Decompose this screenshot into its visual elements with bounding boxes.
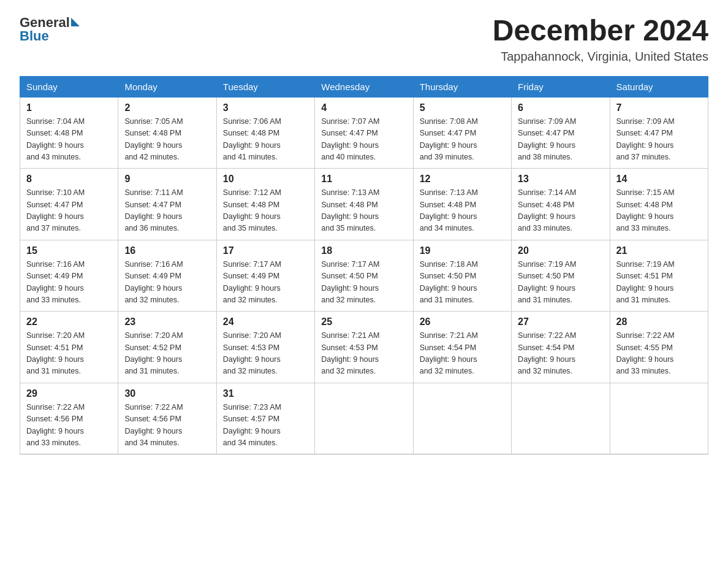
title-section: December 2024 Tappahannock, Virginia, Un…: [493, 15, 708, 64]
calendar-week-row: 29Sunrise: 7:22 AMSunset: 4:56 PMDayligh…: [20, 383, 708, 454]
day-number: 28: [616, 316, 702, 327]
day-info: Sunrise: 7:22 AMSunset: 4:55 PMDaylight:…: [616, 330, 702, 378]
day-number: 30: [124, 388, 210, 399]
location-title: Tappahannock, Virginia, United States: [493, 50, 708, 64]
day-info: Sunrise: 7:19 AMSunset: 4:50 PMDaylight:…: [518, 259, 603, 307]
calendar-week-row: 1Sunrise: 7:04 AMSunset: 4:48 PMDaylight…: [20, 97, 708, 169]
calendar-cell: 31Sunrise: 7:23 AMSunset: 4:57 PMDayligh…: [216, 383, 314, 454]
calendar-cell: 9Sunrise: 7:11 AMSunset: 4:47 PMDaylight…: [118, 169, 216, 240]
day-info: Sunrise: 7:06 AMSunset: 4:48 PMDaylight:…: [223, 116, 308, 164]
day-info: Sunrise: 7:11 AMSunset: 4:47 PMDaylight:…: [124, 187, 210, 235]
day-info: Sunrise: 7:09 AMSunset: 4:47 PMDaylight:…: [518, 116, 603, 164]
day-number: 7: [616, 102, 702, 113]
calendar-cell: 3Sunrise: 7:06 AMSunset: 4:48 PMDaylight…: [216, 97, 314, 169]
day-info: Sunrise: 7:13 AMSunset: 4:48 PMDaylight:…: [420, 187, 505, 235]
day-info: Sunrise: 7:20 AMSunset: 4:52 PMDaylight:…: [124, 330, 210, 378]
day-number: 23: [124, 316, 210, 327]
calendar-cell: [610, 383, 708, 454]
weekday-header-sunday: Sunday: [20, 76, 118, 97]
day-info: Sunrise: 7:20 AMSunset: 4:53 PMDaylight:…: [223, 330, 308, 378]
day-number: 22: [26, 316, 112, 327]
calendar-week-row: 15Sunrise: 7:16 AMSunset: 4:49 PMDayligh…: [20, 240, 708, 312]
calendar-cell: [413, 383, 511, 454]
day-info: Sunrise: 7:22 AMSunset: 4:56 PMDaylight:…: [26, 402, 112, 450]
day-info: Sunrise: 7:16 AMSunset: 4:49 PMDaylight:…: [124, 259, 210, 307]
calendar-cell: 18Sunrise: 7:17 AMSunset: 4:50 PMDayligh…: [315, 240, 413, 312]
calendar-cell: 13Sunrise: 7:14 AMSunset: 4:48 PMDayligh…: [512, 169, 610, 240]
day-info: Sunrise: 7:22 AMSunset: 4:56 PMDaylight:…: [124, 402, 210, 450]
calendar-cell: 29Sunrise: 7:22 AMSunset: 4:56 PMDayligh…: [20, 383, 118, 454]
calendar-cell: 4Sunrise: 7:07 AMSunset: 4:47 PMDaylight…: [315, 97, 413, 169]
day-number: 16: [124, 245, 210, 256]
weekday-header-thursday: Thursday: [413, 76, 511, 97]
weekday-header-wednesday: Wednesday: [315, 76, 413, 97]
day-number: 6: [518, 102, 603, 113]
day-number: 9: [124, 174, 210, 185]
day-number: 27: [518, 316, 603, 327]
calendar-cell: 6Sunrise: 7:09 AMSunset: 4:47 PMDaylight…: [512, 97, 610, 169]
logo-triangle-icon: [71, 18, 80, 26]
calendar-cell: 7Sunrise: 7:09 AMSunset: 4:47 PMDaylight…: [610, 97, 708, 169]
day-number: 25: [321, 316, 406, 327]
day-number: 31: [223, 388, 308, 399]
day-info: Sunrise: 7:17 AMSunset: 4:49 PMDaylight:…: [223, 259, 308, 307]
calendar-cell: 25Sunrise: 7:21 AMSunset: 4:53 PMDayligh…: [315, 312, 413, 383]
day-number: 26: [420, 316, 505, 327]
day-number: 17: [223, 245, 308, 256]
day-number: 19: [420, 245, 505, 256]
day-info: Sunrise: 7:16 AMSunset: 4:49 PMDaylight:…: [26, 259, 112, 307]
weekday-header-friday: Friday: [512, 76, 610, 97]
day-info: Sunrise: 7:20 AMSunset: 4:51 PMDaylight:…: [26, 330, 112, 378]
calendar-cell: 21Sunrise: 7:19 AMSunset: 4:51 PMDayligh…: [610, 240, 708, 312]
day-number: 15: [26, 245, 112, 256]
day-number: 13: [518, 174, 603, 185]
calendar-cell: 24Sunrise: 7:20 AMSunset: 4:53 PMDayligh…: [216, 312, 314, 383]
day-info: Sunrise: 7:21 AMSunset: 4:54 PMDaylight:…: [420, 330, 505, 378]
calendar-cell: 28Sunrise: 7:22 AMSunset: 4:55 PMDayligh…: [610, 312, 708, 383]
calendar-cell: 20Sunrise: 7:19 AMSunset: 4:50 PMDayligh…: [512, 240, 610, 312]
month-title: December 2024: [493, 15, 708, 47]
day-info: Sunrise: 7:22 AMSunset: 4:54 PMDaylight:…: [518, 330, 603, 378]
calendar-cell: 26Sunrise: 7:21 AMSunset: 4:54 PMDayligh…: [413, 312, 511, 383]
calendar-cell: 10Sunrise: 7:12 AMSunset: 4:48 PMDayligh…: [216, 169, 314, 240]
day-number: 10: [223, 174, 308, 185]
day-info: Sunrise: 7:18 AMSunset: 4:50 PMDaylight:…: [420, 259, 505, 307]
calendar-week-row: 22Sunrise: 7:20 AMSunset: 4:51 PMDayligh…: [20, 312, 708, 383]
calendar-cell: 17Sunrise: 7:17 AMSunset: 4:49 PMDayligh…: [216, 240, 314, 312]
day-info: Sunrise: 7:12 AMSunset: 4:48 PMDaylight:…: [223, 187, 308, 235]
day-info: Sunrise: 7:07 AMSunset: 4:47 PMDaylight:…: [321, 116, 406, 164]
day-number: 5: [420, 102, 505, 113]
day-number: 24: [223, 316, 308, 327]
logo: General Blue: [20, 15, 80, 44]
logo-blue-text: Blue: [20, 28, 80, 44]
day-number: 2: [124, 102, 210, 113]
calendar-cell: 12Sunrise: 7:13 AMSunset: 4:48 PMDayligh…: [413, 169, 511, 240]
day-info: Sunrise: 7:10 AMSunset: 4:47 PMDaylight:…: [26, 187, 112, 235]
day-info: Sunrise: 7:21 AMSunset: 4:53 PMDaylight:…: [321, 330, 406, 378]
day-number: 21: [616, 245, 702, 256]
calendar-table: SundayMondayTuesdayWednesdayThursdayFrid…: [20, 76, 708, 455]
calendar-cell: 2Sunrise: 7:05 AMSunset: 4:48 PMDaylight…: [118, 97, 216, 169]
day-info: Sunrise: 7:23 AMSunset: 4:57 PMDaylight:…: [223, 402, 308, 450]
day-info: Sunrise: 7:17 AMSunset: 4:50 PMDaylight:…: [321, 259, 406, 307]
day-info: Sunrise: 7:05 AMSunset: 4:48 PMDaylight:…: [124, 116, 210, 164]
day-info: Sunrise: 7:13 AMSunset: 4:48 PMDaylight:…: [321, 187, 406, 235]
day-number: 20: [518, 245, 603, 256]
page-header: General Blue December 2024 Tappahannock,…: [20, 15, 708, 64]
calendar-cell: [315, 383, 413, 454]
day-number: 8: [26, 174, 112, 185]
day-number: 29: [26, 388, 112, 399]
day-info: Sunrise: 7:09 AMSunset: 4:47 PMDaylight:…: [616, 116, 702, 164]
calendar-cell: 11Sunrise: 7:13 AMSunset: 4:48 PMDayligh…: [315, 169, 413, 240]
calendar-cell: 8Sunrise: 7:10 AMSunset: 4:47 PMDaylight…: [20, 169, 118, 240]
day-number: 12: [420, 174, 505, 185]
day-info: Sunrise: 7:19 AMSunset: 4:51 PMDaylight:…: [616, 259, 702, 307]
day-number: 18: [321, 245, 406, 256]
calendar-cell: 23Sunrise: 7:20 AMSunset: 4:52 PMDayligh…: [118, 312, 216, 383]
day-info: Sunrise: 7:14 AMSunset: 4:48 PMDaylight:…: [518, 187, 603, 235]
weekday-header-saturday: Saturday: [610, 76, 708, 97]
calendar-cell: 15Sunrise: 7:16 AMSunset: 4:49 PMDayligh…: [20, 240, 118, 312]
weekday-header-tuesday: Tuesday: [216, 76, 314, 97]
calendar-week-row: 8Sunrise: 7:10 AMSunset: 4:47 PMDaylight…: [20, 169, 708, 240]
day-info: Sunrise: 7:08 AMSunset: 4:47 PMDaylight:…: [420, 116, 505, 164]
